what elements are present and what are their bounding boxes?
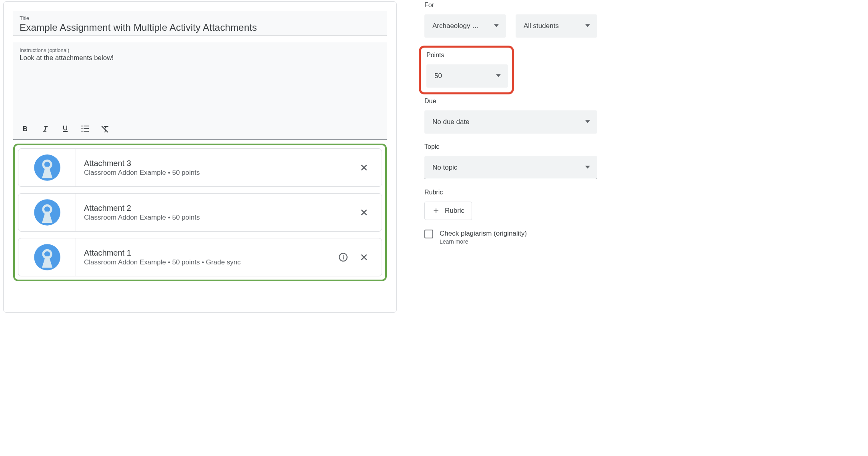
italic-button[interactable] (40, 124, 50, 134)
attachment-title: Attachment 1 (84, 248, 337, 258)
attachment-card[interactable]: Attachment 1 Classroom Addon Example • 5… (18, 238, 382, 276)
attachment-addon-icon (18, 149, 76, 186)
attachment-body: Attachment 3 Classroom Addon Example • 5… (76, 159, 358, 177)
caret-down-icon (585, 164, 590, 172)
plagiarism-checkbox[interactable] (424, 230, 433, 238)
plus-icon (432, 207, 440, 215)
clear-format-button[interactable] (100, 124, 110, 134)
info-button[interactable] (337, 251, 350, 264)
caret-down-icon (496, 72, 501, 80)
for-label: For (424, 2, 600, 9)
title-value: Example Assignment with Multiple Activit… (20, 22, 380, 33)
due-section: Due No due date (424, 98, 600, 134)
attachment-title: Attachment 2 (84, 204, 358, 213)
caret-down-icon (494, 22, 499, 30)
attachment-subtitle: Classroom Addon Example • 50 points (84, 169, 358, 177)
underline-button[interactable] (60, 124, 70, 134)
bold-button[interactable] (20, 124, 30, 134)
attachment-addon-icon (18, 238, 76, 276)
for-section: For Archaeology … All students (424, 2, 600, 38)
due-selector[interactable]: No due date (424, 110, 597, 134)
svg-rect-8 (343, 255, 344, 256)
instructions-divider (13, 139, 387, 140)
remove-attachment-button[interactable] (358, 206, 370, 219)
attachments-highlight-box: Attachment 3 Classroom Addon Example • 5… (13, 144, 387, 281)
title-field[interactable]: Title Example Assignment with Multiple A… (13, 11, 387, 36)
points-highlight-box: Points 50 (419, 46, 514, 94)
students-selector-value: All students (524, 22, 559, 30)
attachment-actions (358, 161, 382, 174)
due-label: Due (424, 98, 600, 105)
caret-down-icon (585, 22, 590, 30)
topic-selector[interactable]: No topic (424, 156, 597, 179)
attachment-card[interactable]: Attachment 3 Classroom Addon Example • 5… (18, 148, 382, 187)
caret-down-icon (585, 118, 590, 126)
topic-label: Topic (424, 143, 600, 150)
rubric-label: Rubric (424, 189, 600, 196)
title-label: Title (20, 15, 380, 21)
attachment-subtitle: Classroom Addon Example • 50 points (84, 214, 358, 222)
attachment-actions (358, 206, 382, 219)
svg-rect-7 (343, 256, 344, 260)
instructions-label: Instructions (optional) (20, 47, 380, 53)
due-value: No due date (432, 118, 470, 126)
attachment-addon-icon (18, 194, 76, 231)
points-label: Points (426, 52, 506, 59)
learn-more-link[interactable]: Learn more (440, 238, 527, 245)
remove-attachment-button[interactable] (358, 161, 370, 174)
format-toolbar (20, 121, 380, 137)
attachment-subtitle: Classroom Addon Example • 50 points • Gr… (84, 258, 337, 266)
sidebar: For Archaeology … All students Points 50… (400, 0, 603, 317)
points-selector[interactable]: 50 (426, 64, 508, 88)
rubric-section: Rubric Rubric (424, 189, 600, 220)
rubric-button-label: Rubric (445, 207, 464, 215)
class-selector[interactable]: Archaeology … (424, 14, 506, 38)
attachment-body: Attachment 1 Classroom Addon Example • 5… (76, 248, 337, 266)
students-selector[interactable]: All students (516, 14, 597, 38)
points-value: 50 (434, 72, 442, 80)
bullet-list-button[interactable] (80, 124, 90, 134)
attachment-title: Attachment 3 (84, 159, 358, 168)
class-selector-value: Archaeology … (432, 22, 479, 30)
remove-attachment-button[interactable] (358, 251, 370, 264)
topic-value: No topic (432, 164, 457, 172)
attachment-actions (337, 251, 382, 264)
topic-section: Topic No topic (424, 143, 600, 179)
attachment-card[interactable]: Attachment 2 Classroom Addon Example • 5… (18, 193, 382, 232)
instructions-field[interactable]: Instructions (optional) Look at the atta… (13, 42, 387, 139)
add-rubric-button[interactable]: Rubric (424, 202, 472, 220)
plagiarism-row: Check plagiarism (originality) Learn mor… (424, 230, 600, 245)
instructions-value: Look at the attachments below! (20, 54, 380, 121)
attachment-body: Attachment 2 Classroom Addon Example • 5… (76, 204, 358, 222)
plagiarism-label: Check plagiarism (originality) (440, 230, 527, 238)
assignment-card: Title Example Assignment with Multiple A… (3, 1, 397, 313)
